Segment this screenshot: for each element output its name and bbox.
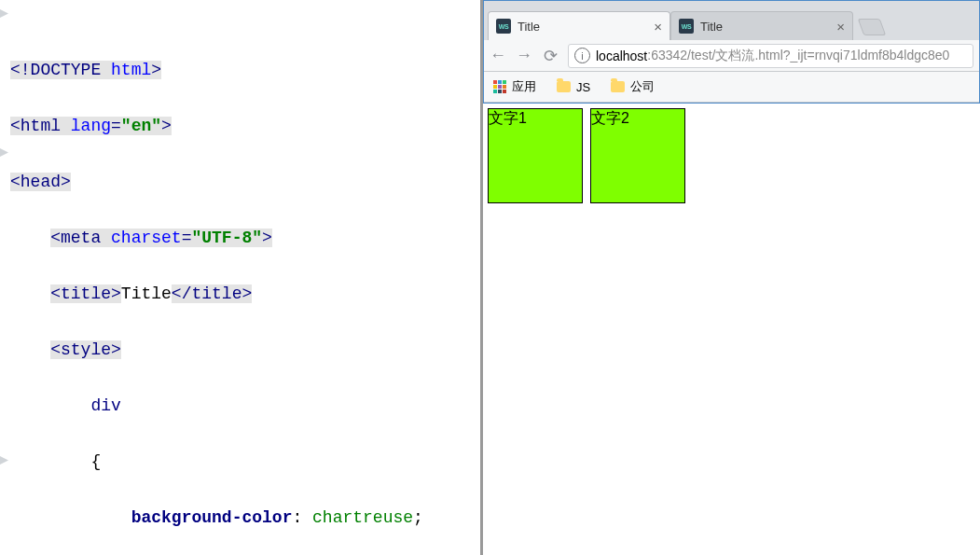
- code-line[interactable]: <!DOCTYPE html>: [0, 56, 480, 84]
- bookmark-folder-company[interactable]: 公司: [611, 78, 655, 95]
- bookmark-label: JS: [576, 80, 590, 94]
- back-button[interactable]: ←: [490, 46, 506, 65]
- reload-button[interactable]: ⟳: [542, 46, 559, 66]
- fold-arrow-icon[interactable]: [0, 456, 8, 465]
- apps-grid-icon: [493, 80, 506, 93]
- bookmark-label: 公司: [630, 78, 655, 95]
- content-box-1: 文字1: [488, 108, 583, 203]
- code-editor-pane: <!DOCTYPE html> <html lang="en"> <head> …: [0, 0, 480, 555]
- browser-tab-inactive[interactable]: WS Title ×: [670, 11, 853, 40]
- content-box-2: 文字2: [590, 108, 685, 203]
- new-tab-button[interactable]: [858, 19, 887, 35]
- code-line[interactable]: <html lang="en">: [0, 112, 480, 140]
- browser-window: WS Title × WS Title × ← → ⟳ i localhost:…: [483, 0, 980, 104]
- apps-label: 应用: [512, 78, 536, 95]
- fold-arrow-icon[interactable]: [0, 148, 8, 157]
- app-container: <!DOCTYPE html> <html lang="en"> <head> …: [0, 0, 980, 555]
- close-icon[interactable]: ×: [836, 20, 845, 34]
- forward-button[interactable]: →: [516, 46, 532, 65]
- code-line[interactable]: {: [0, 448, 480, 476]
- browser-pane: WS Title × WS Title × ← → ⟳ i localhost:…: [480, 0, 980, 555]
- bookmarks-bar: 应用 JS 公司: [484, 72, 979, 103]
- tab-label: Title: [700, 20, 836, 34]
- folder-icon: [557, 81, 571, 92]
- address-bar-row: ← → ⟳ i localhost:63342/test/文档流.html?_i…: [484, 40, 979, 72]
- code-line[interactable]: <head>: [0, 168, 480, 196]
- code-line[interactable]: background-color: chartreuse;: [0, 504, 480, 532]
- browser-tab-active[interactable]: WS Title ×: [488, 11, 670, 40]
- apps-button[interactable]: 应用: [493, 78, 536, 95]
- folder-icon: [611, 81, 625, 92]
- code-line[interactable]: div: [0, 392, 480, 420]
- code-line[interactable]: <style>: [0, 336, 480, 364]
- editor-gutter: [0, 0, 7, 555]
- close-icon[interactable]: ×: [654, 20, 662, 34]
- tab-label: Title: [518, 20, 654, 34]
- webstorm-favicon-icon: WS: [679, 19, 694, 34]
- address-input[interactable]: i localhost:63342/test/文档流.html?_ijt=rnv…: [568, 44, 973, 68]
- browser-tabs-row: WS Title × WS Title ×: [484, 1, 979, 40]
- code-line[interactable]: <meta charset="UTF-8">: [0, 224, 480, 252]
- url-path: :63342/test/文档流.html?_ijt=rnvqi71ldmf8b4…: [647, 48, 949, 64]
- page-viewport: 文字1 文字2: [483, 104, 980, 555]
- url-host: localhost: [596, 49, 647, 63]
- webstorm-favicon-icon: WS: [496, 19, 511, 34]
- site-info-icon[interactable]: i: [574, 48, 590, 63]
- code-line[interactable]: <title>Title</title>: [0, 280, 480, 308]
- bookmark-folder-js[interactable]: JS: [557, 80, 590, 94]
- fold-arrow-icon[interactable]: [0, 9, 8, 18]
